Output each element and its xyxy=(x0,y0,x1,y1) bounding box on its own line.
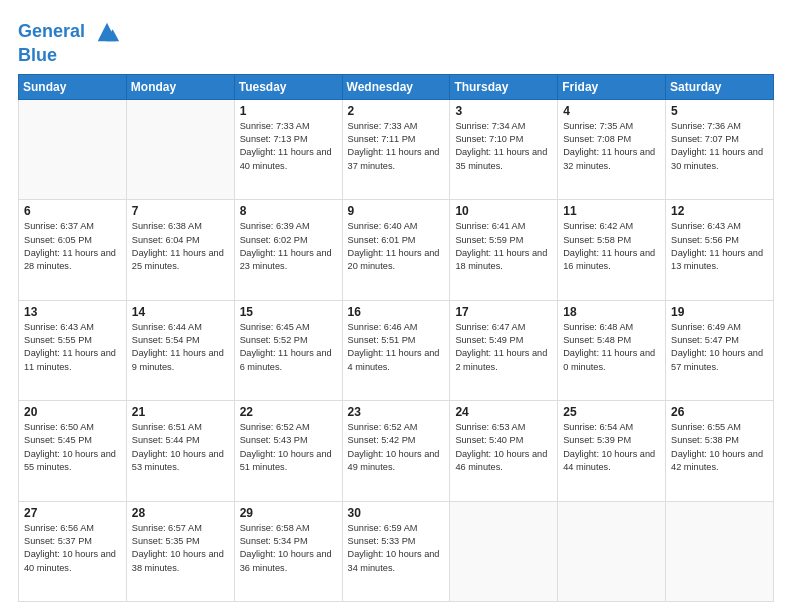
day-info: Sunrise: 6:51 AM Sunset: 5:44 PM Dayligh… xyxy=(132,421,229,474)
day-info: Sunrise: 6:48 AM Sunset: 5:48 PM Dayligh… xyxy=(563,321,660,374)
calendar-cell xyxy=(450,501,558,601)
day-number: 18 xyxy=(563,305,660,319)
day-number: 3 xyxy=(455,104,552,118)
day-number: 9 xyxy=(348,204,445,218)
calendar-cell: 2Sunrise: 7:33 AM Sunset: 7:11 PM Daylig… xyxy=(342,99,450,199)
calendar-cell: 11Sunrise: 6:42 AM Sunset: 5:58 PM Dayli… xyxy=(558,200,666,300)
calendar-cell: 21Sunrise: 6:51 AM Sunset: 5:44 PM Dayli… xyxy=(126,401,234,501)
day-info: Sunrise: 6:43 AM Sunset: 5:56 PM Dayligh… xyxy=(671,220,768,273)
day-info: Sunrise: 6:49 AM Sunset: 5:47 PM Dayligh… xyxy=(671,321,768,374)
calendar-cell xyxy=(19,99,127,199)
day-number: 25 xyxy=(563,405,660,419)
day-number: 4 xyxy=(563,104,660,118)
weekday-header: Friday xyxy=(558,74,666,99)
day-info: Sunrise: 6:55 AM Sunset: 5:38 PM Dayligh… xyxy=(671,421,768,474)
day-number: 7 xyxy=(132,204,229,218)
day-number: 1 xyxy=(240,104,337,118)
day-number: 16 xyxy=(348,305,445,319)
day-info: Sunrise: 6:42 AM Sunset: 5:58 PM Dayligh… xyxy=(563,220,660,273)
day-number: 8 xyxy=(240,204,337,218)
day-number: 26 xyxy=(671,405,768,419)
calendar-cell: 9Sunrise: 6:40 AM Sunset: 6:01 PM Daylig… xyxy=(342,200,450,300)
day-number: 10 xyxy=(455,204,552,218)
calendar-week-row: 13Sunrise: 6:43 AM Sunset: 5:55 PM Dayli… xyxy=(19,300,774,400)
day-info: Sunrise: 6:52 AM Sunset: 5:43 PM Dayligh… xyxy=(240,421,337,474)
day-number: 24 xyxy=(455,405,552,419)
header: General Blue xyxy=(18,18,774,66)
calendar-cell: 16Sunrise: 6:46 AM Sunset: 5:51 PM Dayli… xyxy=(342,300,450,400)
day-number: 28 xyxy=(132,506,229,520)
day-number: 13 xyxy=(24,305,121,319)
day-info: Sunrise: 6:54 AM Sunset: 5:39 PM Dayligh… xyxy=(563,421,660,474)
calendar-cell: 19Sunrise: 6:49 AM Sunset: 5:47 PM Dayli… xyxy=(666,300,774,400)
day-info: Sunrise: 6:38 AM Sunset: 6:04 PM Dayligh… xyxy=(132,220,229,273)
logo-general: General xyxy=(18,21,85,41)
day-number: 15 xyxy=(240,305,337,319)
calendar-cell: 15Sunrise: 6:45 AM Sunset: 5:52 PM Dayli… xyxy=(234,300,342,400)
calendar-cell: 28Sunrise: 6:57 AM Sunset: 5:35 PM Dayli… xyxy=(126,501,234,601)
calendar-cell xyxy=(666,501,774,601)
day-number: 20 xyxy=(24,405,121,419)
day-number: 19 xyxy=(671,305,768,319)
day-info: Sunrise: 6:52 AM Sunset: 5:42 PM Dayligh… xyxy=(348,421,445,474)
day-number: 21 xyxy=(132,405,229,419)
calendar-cell: 4Sunrise: 7:35 AM Sunset: 7:08 PM Daylig… xyxy=(558,99,666,199)
calendar-cell: 8Sunrise: 6:39 AM Sunset: 6:02 PM Daylig… xyxy=(234,200,342,300)
day-info: Sunrise: 6:45 AM Sunset: 5:52 PM Dayligh… xyxy=(240,321,337,374)
calendar-cell xyxy=(558,501,666,601)
calendar-cell: 1Sunrise: 7:33 AM Sunset: 7:13 PM Daylig… xyxy=(234,99,342,199)
day-info: Sunrise: 6:40 AM Sunset: 6:01 PM Dayligh… xyxy=(348,220,445,273)
day-info: Sunrise: 6:50 AM Sunset: 5:45 PM Dayligh… xyxy=(24,421,121,474)
calendar-cell: 29Sunrise: 6:58 AM Sunset: 5:34 PM Dayli… xyxy=(234,501,342,601)
day-number: 29 xyxy=(240,506,337,520)
day-number: 14 xyxy=(132,305,229,319)
calendar-cell: 30Sunrise: 6:59 AM Sunset: 5:33 PM Dayli… xyxy=(342,501,450,601)
day-info: Sunrise: 6:59 AM Sunset: 5:33 PM Dayligh… xyxy=(348,522,445,575)
calendar-cell: 10Sunrise: 6:41 AM Sunset: 5:59 PM Dayli… xyxy=(450,200,558,300)
calendar-cell xyxy=(126,99,234,199)
calendar-week-row: 27Sunrise: 6:56 AM Sunset: 5:37 PM Dayli… xyxy=(19,501,774,601)
calendar-cell: 24Sunrise: 6:53 AM Sunset: 5:40 PM Dayli… xyxy=(450,401,558,501)
logo-text: General xyxy=(18,18,121,46)
day-number: 27 xyxy=(24,506,121,520)
calendar-cell: 27Sunrise: 6:56 AM Sunset: 5:37 PM Dayli… xyxy=(19,501,127,601)
day-number: 22 xyxy=(240,405,337,419)
day-number: 12 xyxy=(671,204,768,218)
day-info: Sunrise: 7:33 AM Sunset: 7:13 PM Dayligh… xyxy=(240,120,337,173)
day-number: 30 xyxy=(348,506,445,520)
calendar-cell: 5Sunrise: 7:36 AM Sunset: 7:07 PM Daylig… xyxy=(666,99,774,199)
day-info: Sunrise: 7:33 AM Sunset: 7:11 PM Dayligh… xyxy=(348,120,445,173)
day-info: Sunrise: 6:39 AM Sunset: 6:02 PM Dayligh… xyxy=(240,220,337,273)
calendar-body: 1Sunrise: 7:33 AM Sunset: 7:13 PM Daylig… xyxy=(19,99,774,601)
calendar-table: SundayMondayTuesdayWednesdayThursdayFrid… xyxy=(18,74,774,602)
logo-blue: Blue xyxy=(18,46,121,66)
calendar-cell: 17Sunrise: 6:47 AM Sunset: 5:49 PM Dayli… xyxy=(450,300,558,400)
day-info: Sunrise: 6:41 AM Sunset: 5:59 PM Dayligh… xyxy=(455,220,552,273)
day-number: 2 xyxy=(348,104,445,118)
calendar-cell: 13Sunrise: 6:43 AM Sunset: 5:55 PM Dayli… xyxy=(19,300,127,400)
calendar-week-row: 20Sunrise: 6:50 AM Sunset: 5:45 PM Dayli… xyxy=(19,401,774,501)
day-info: Sunrise: 7:34 AM Sunset: 7:10 PM Dayligh… xyxy=(455,120,552,173)
calendar-week-row: 6Sunrise: 6:37 AM Sunset: 6:05 PM Daylig… xyxy=(19,200,774,300)
day-info: Sunrise: 6:37 AM Sunset: 6:05 PM Dayligh… xyxy=(24,220,121,273)
calendar-cell: 18Sunrise: 6:48 AM Sunset: 5:48 PM Dayli… xyxy=(558,300,666,400)
day-number: 23 xyxy=(348,405,445,419)
day-info: Sunrise: 7:36 AM Sunset: 7:07 PM Dayligh… xyxy=(671,120,768,173)
day-info: Sunrise: 6:43 AM Sunset: 5:55 PM Dayligh… xyxy=(24,321,121,374)
day-number: 6 xyxy=(24,204,121,218)
day-info: Sunrise: 6:58 AM Sunset: 5:34 PM Dayligh… xyxy=(240,522,337,575)
day-info: Sunrise: 6:46 AM Sunset: 5:51 PM Dayligh… xyxy=(348,321,445,374)
calendar-cell: 14Sunrise: 6:44 AM Sunset: 5:54 PM Dayli… xyxy=(126,300,234,400)
calendar-cell: 23Sunrise: 6:52 AM Sunset: 5:42 PM Dayli… xyxy=(342,401,450,501)
calendar-cell: 12Sunrise: 6:43 AM Sunset: 5:56 PM Dayli… xyxy=(666,200,774,300)
logo: General Blue xyxy=(18,18,121,66)
day-number: 5 xyxy=(671,104,768,118)
day-info: Sunrise: 6:44 AM Sunset: 5:54 PM Dayligh… xyxy=(132,321,229,374)
calendar-cell: 22Sunrise: 6:52 AM Sunset: 5:43 PM Dayli… xyxy=(234,401,342,501)
day-number: 11 xyxy=(563,204,660,218)
calendar-cell: 6Sunrise: 6:37 AM Sunset: 6:05 PM Daylig… xyxy=(19,200,127,300)
weekday-header: Saturday xyxy=(666,74,774,99)
day-number: 17 xyxy=(455,305,552,319)
calendar-cell: 26Sunrise: 6:55 AM Sunset: 5:38 PM Dayli… xyxy=(666,401,774,501)
logo-icon xyxy=(93,18,121,46)
